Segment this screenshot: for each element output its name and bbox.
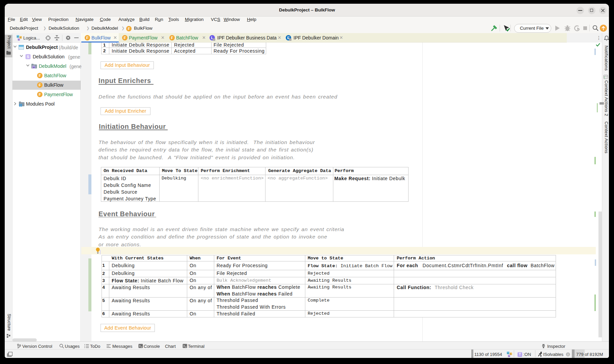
svg-text:M: M bbox=[33, 66, 35, 69]
svg-text:S: S bbox=[508, 355, 510, 357]
svg-text:S: S bbox=[27, 55, 29, 59]
svg-text:L: L bbox=[510, 353, 511, 355]
svg-text:L: L bbox=[20, 36, 21, 38]
svg-text:S: S bbox=[18, 39, 20, 41]
svg-text:D: D bbox=[17, 36, 19, 38]
svg-text:!: ! bbox=[567, 353, 568, 356]
svg-text:D: D bbox=[507, 352, 509, 354]
